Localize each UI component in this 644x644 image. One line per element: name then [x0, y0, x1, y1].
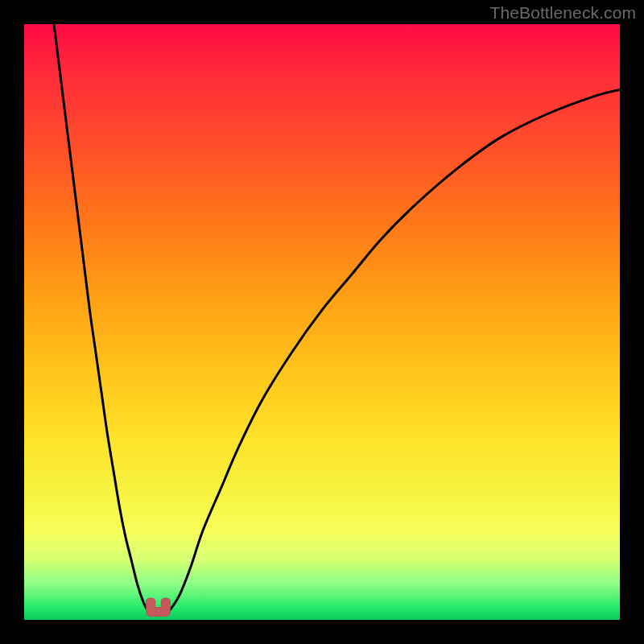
- plot-area: [24, 24, 620, 620]
- chart-frame: TheBottleneck.com: [0, 0, 644, 644]
- right-branch-curve: [167, 89, 620, 613]
- left-branch-curve: [54, 24, 149, 614]
- minimum-marker: [147, 598, 171, 617]
- curve-layer: [24, 24, 620, 620]
- watermark-text: TheBottleneck.com: [490, 3, 636, 23]
